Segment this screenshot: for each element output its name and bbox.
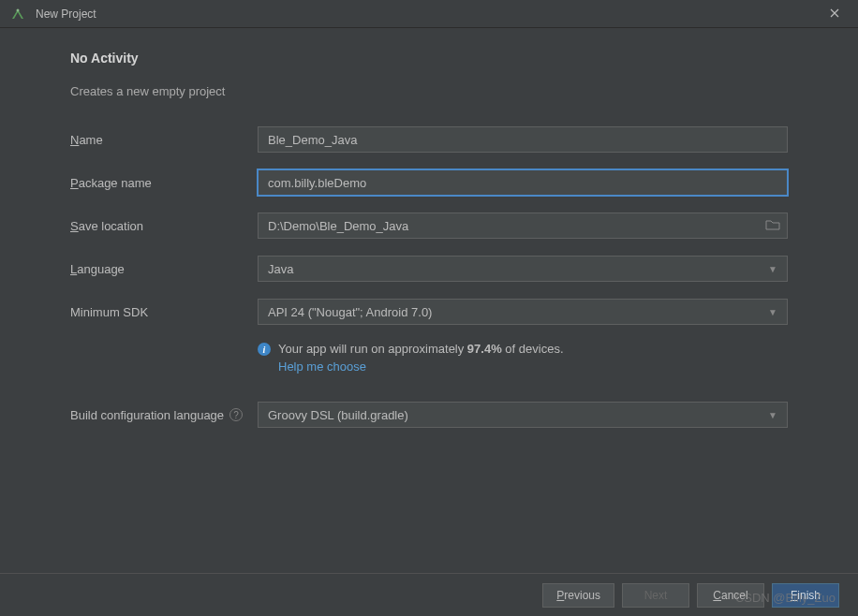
previous-button[interactable]: Previous bbox=[542, 583, 614, 608]
package-name-input[interactable] bbox=[258, 169, 788, 196]
folder-icon[interactable] bbox=[765, 218, 780, 231]
label-build-config: Build configuration language ? bbox=[70, 408, 258, 422]
help-me-choose-link[interactable]: Help me choose bbox=[278, 359, 366, 374]
window-title: New Project bbox=[36, 7, 821, 21]
info-icon: i bbox=[258, 343, 271, 356]
label-min-sdk: Minimum SDK bbox=[70, 305, 258, 319]
language-select-value: Java bbox=[268, 262, 293, 276]
row-save-location: Save location bbox=[70, 213, 788, 239]
close-icon[interactable] bbox=[821, 7, 849, 21]
sdk-info-text: Your app will run on approximately 97.4%… bbox=[278, 342, 564, 356]
row-build-config: Build configuration language ? Groovy DS… bbox=[70, 402, 788, 428]
finish-button[interactable]: Finish bbox=[772, 583, 839, 608]
language-select[interactable]: Java ▼ bbox=[258, 256, 788, 282]
titlebar: New Project bbox=[0, 0, 858, 28]
name-input[interactable] bbox=[258, 126, 788, 153]
label-package: Package name bbox=[70, 176, 258, 190]
build-config-select[interactable]: Groovy DSL (build.gradle) ▼ bbox=[258, 402, 788, 428]
svg-point-0 bbox=[17, 8, 20, 11]
row-package: Package name bbox=[70, 169, 788, 196]
row-name: Name bbox=[70, 126, 788, 153]
page-title: No Activity bbox=[70, 51, 788, 66]
label-name: Name bbox=[70, 133, 258, 147]
android-studio-icon bbox=[9, 7, 26, 21]
build-config-select-value: Groovy DSL (build.gradle) bbox=[268, 408, 408, 422]
dialog-content: No Activity Creates a new empty project … bbox=[0, 28, 858, 428]
page-subtitle: Creates a new empty project bbox=[70, 84, 788, 98]
min-sdk-select-value: API 24 ("Nougat"; Android 7.0) bbox=[268, 305, 432, 319]
min-sdk-select[interactable]: API 24 ("Nougat"; Android 7.0) ▼ bbox=[258, 299, 788, 325]
label-save-location: Save location bbox=[70, 219, 258, 233]
label-language: Language bbox=[70, 262, 258, 276]
save-location-input[interactable] bbox=[258, 213, 788, 239]
sdk-info-row: i Your app will run on approximately 97.… bbox=[258, 342, 788, 356]
row-min-sdk: Minimum SDK API 24 ("Nougat"; Android 7.… bbox=[70, 299, 788, 325]
help-icon[interactable]: ? bbox=[229, 408, 243, 421]
next-button: Next bbox=[622, 583, 689, 608]
cancel-button[interactable]: Cancel bbox=[697, 583, 764, 608]
chevron-down-icon: ▼ bbox=[768, 307, 777, 317]
button-bar: Previous Next Cancel Finish bbox=[0, 573, 858, 616]
chevron-down-icon: ▼ bbox=[768, 264, 777, 274]
chevron-down-icon: ▼ bbox=[768, 410, 777, 420]
row-language: Language Java ▼ bbox=[70, 256, 788, 282]
